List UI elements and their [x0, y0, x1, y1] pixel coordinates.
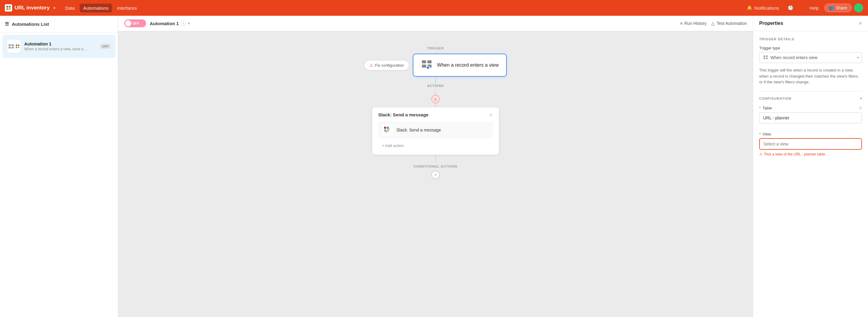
svg-rect-13 — [427, 60, 432, 63]
table-select-wrapper — [759, 113, 862, 128]
svg-rect-19 — [384, 127, 386, 129]
automation-title: Automation 1 — [150, 21, 179, 26]
share-icon: 👥 — [829, 5, 834, 10]
app-name-chevron[interactable]: ▾ — [53, 6, 56, 10]
trigger-type-select[interactable]: When record enters view — [759, 52, 862, 63]
trigger-description: This trigger will fire when a record is … — [759, 67, 862, 85]
properties-header: Properties × — [753, 16, 868, 31]
svg-rect-21 — [387, 127, 389, 129]
view-label: View — [763, 132, 771, 136]
notifications-label: Notifications — [754, 5, 779, 10]
dropdown-chevron[interactable]: ▾ — [188, 21, 190, 26]
main-nav: Data Automations Interfaces — [62, 4, 141, 12]
conditional-label: CONDITIONAL ACTIONS — [413, 164, 457, 168]
help-button[interactable]: ❓ Help — [799, 3, 822, 12]
svg-rect-26 — [766, 56, 768, 57]
config-collapse-icon[interactable]: ▾ — [860, 96, 862, 101]
canvas-title-group: Automation 1 i ▾ — [150, 21, 190, 26]
svg-rect-0 — [6, 6, 8, 7]
trigger-card[interactable]: When a record enters a view — [413, 54, 507, 77]
trigger-type-chevron: ▾ — [857, 56, 859, 60]
svg-rect-25 — [764, 56, 765, 57]
svg-rect-6 — [8, 47, 11, 49]
table-copy-icon[interactable]: ⧉ — [859, 105, 862, 110]
test-automation-button[interactable]: △ Test Automation — [711, 21, 747, 26]
action-row[interactable]: Slack: Send a message — [378, 122, 493, 138]
add-action-label: + Add action — [382, 144, 404, 148]
svg-rect-8 — [16, 44, 17, 46]
action-error-dot: ⚠ — [431, 95, 440, 103]
hamburger-icon: ☰ — [5, 21, 9, 27]
configuration-header: CONFIGURATION ▾ — [759, 96, 862, 101]
help-label: Help — [809, 5, 819, 10]
add-conditional-button[interactable]: + — [431, 170, 440, 179]
notifications-button[interactable]: 🔔 Notifications — [744, 3, 782, 12]
trigger-type-select-wrapper: When record enters view ▾ — [759, 52, 862, 63]
test-icon: △ — [711, 21, 715, 26]
info-icon[interactable]: i — [181, 21, 186, 26]
run-history-label: Run History — [684, 21, 707, 26]
table-field-label-row: * Table ⧉ — [759, 105, 862, 110]
svg-rect-5 — [11, 44, 14, 46]
svg-rect-7 — [11, 47, 14, 49]
svg-rect-10 — [16, 47, 17, 48]
svg-rect-22 — [387, 129, 389, 131]
close-button[interactable]: × — [859, 21, 862, 26]
configuration-heading: CONFIGURATION — [759, 97, 791, 100]
nav-item-interfaces[interactable]: Interfaces — [113, 4, 141, 12]
svg-rect-9 — [18, 44, 20, 46]
automation-list-item[interactable]: Automation 1 When a record enters a view… — [2, 35, 116, 58]
automation-item-name: Automation 1 — [24, 41, 97, 46]
canvas-foreground: TRIGGER ⚠ Fix configuration — [118, 40, 753, 179]
question-icon: ❓ — [802, 5, 808, 10]
trigger-type-icon — [763, 55, 768, 60]
actions-section-label: ACTIONS — [427, 84, 444, 88]
run-history-button[interactable]: ≡ Run History — [680, 21, 707, 26]
table-input[interactable] — [759, 113, 862, 123]
nav-item-automations[interactable]: Automations — [80, 4, 112, 12]
svg-point-17 — [427, 66, 429, 69]
trigger-card-icon — [421, 59, 433, 71]
action-card[interactable]: Slack: Send a message ⤢ — [372, 107, 499, 155]
properties-panel: Properties × TRIGGER DETAILS Trigger typ… — [753, 16, 868, 317]
svg-rect-24 — [386, 131, 387, 132]
expand-icon[interactable]: ⤢ — [489, 113, 493, 117]
add-action-button[interactable]: + Add action — [378, 141, 493, 150]
header-right: 🔔 Notifications 🕐 ❓ Help 👥 Share — [744, 3, 863, 12]
trigger-type-label: Trigger type — [759, 46, 862, 50]
svg-rect-12 — [422, 60, 426, 63]
canvas-toolbar: OFF Automation 1 i ▾ ≡ Run History △ Tes… — [118, 16, 753, 31]
user-avatar[interactable] — [854, 3, 863, 12]
connector-line-4 — [435, 155, 436, 162]
trigger-details-heading: TRIGGER DETAILS — [759, 37, 862, 41]
svg-rect-23 — [389, 128, 390, 130]
error-text: Pick a view of the URL - planner table — [764, 152, 825, 156]
fix-config-label: Fix configuration — [375, 63, 404, 68]
history-button[interactable]: 🕐 — [785, 3, 797, 12]
sidebar-heading: Automations List — [12, 22, 49, 27]
svg-rect-27 — [764, 58, 765, 59]
svg-rect-1 — [9, 6, 10, 7]
connector-line-3 — [435, 103, 436, 107]
view-error-message: ⚠ Pick a view of the URL - planner table — [759, 152, 862, 156]
connector-line-1 — [435, 77, 436, 84]
main-layout: ☰ Automations List Automation 1 — [0, 16, 868, 317]
fix-configuration-button[interactable]: ⚠ Fix configuration — [364, 60, 409, 70]
sidebar: ☰ Automations List Automation 1 — [0, 16, 118, 317]
app-name[interactable]: URL inventory — [14, 5, 50, 11]
automation-toggle[interactable]: OFF — [124, 20, 146, 27]
run-history-icon: ≡ — [680, 21, 683, 26]
toggle-label: OFF — [132, 22, 139, 25]
svg-rect-28 — [766, 58, 768, 59]
app-logo[interactable] — [5, 4, 12, 11]
test-automation-label: Test Automation — [716, 21, 747, 26]
canvas-toolbar-right: ≡ Run History △ Test Automation — [680, 21, 747, 26]
sidebar-header: ☰ Automations List — [0, 16, 118, 32]
share-button[interactable]: 👥 Share — [824, 4, 851, 12]
action-card-title: Slack: Send a message — [378, 112, 429, 117]
properties-title: Properties — [759, 21, 783, 26]
nav-item-data[interactable]: Data — [62, 4, 79, 12]
view-input[interactable] — [759, 138, 862, 150]
table-required-asterisk: * — [759, 106, 761, 110]
canvas-content: TRIGGER ⚠ Fix configuration — [118, 31, 753, 317]
